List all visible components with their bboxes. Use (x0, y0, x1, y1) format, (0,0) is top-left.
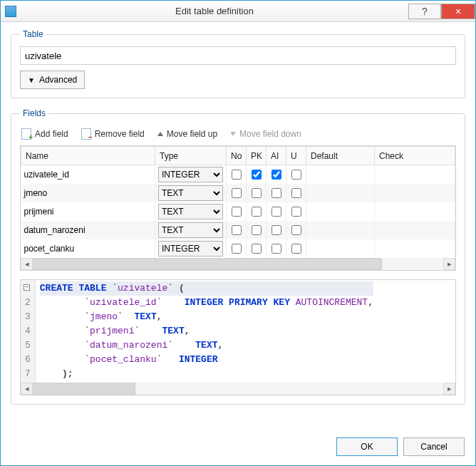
field-name-cell[interactable]: uzivatele_id (21, 165, 155, 184)
add-field-icon (21, 128, 31, 140)
field-no-checkbox[interactable] (232, 244, 242, 254)
col-default[interactable]: Default (306, 147, 375, 165)
fold-icon[interactable]: − (24, 284, 30, 291)
col-pk[interactable]: PK (247, 147, 267, 165)
remove-field-label: Remove field (95, 129, 145, 139)
fields-toolbar: Add field Remove field Move field up Mov… (20, 125, 456, 145)
field-no-checkbox[interactable] (232, 225, 242, 235)
cancel-button[interactable]: Cancel (403, 437, 465, 456)
close-button[interactable]: × (441, 4, 475, 19)
field-ai-checkbox[interactable] (271, 207, 281, 217)
field-u-checkbox[interactable] (291, 244, 301, 254)
move-down-button[interactable]: Move field down (230, 129, 301, 139)
help-button[interactable]: ? (408, 4, 441, 19)
scroll-right-button[interactable]: ▸ (443, 383, 455, 395)
app-icon (5, 6, 16, 17)
table-name-input[interactable] (20, 46, 456, 65)
field-default-cell[interactable] (306, 165, 375, 184)
field-check-cell[interactable] (375, 239, 455, 258)
table-group: Table ▼ Advanced (11, 29, 465, 98)
col-no[interactable]: No (227, 147, 247, 165)
remove-field-button[interactable]: Remove field (81, 128, 145, 140)
field-ai-checkbox[interactable] (271, 170, 281, 180)
field-name-cell[interactable]: pocet_clanku (21, 239, 155, 258)
table-row[interactable]: jmenoINTEGERTEXTREALBLOBNUMERIC (21, 184, 455, 202)
field-ai-checkbox[interactable] (271, 244, 281, 254)
field-name-cell[interactable]: prijmeni (21, 202, 155, 221)
field-pk-checkbox[interactable] (252, 207, 262, 217)
window-title: Edit table definition (21, 6, 408, 16)
field-check-cell[interactable] (375, 165, 455, 184)
field-u-checkbox[interactable] (291, 170, 301, 180)
table-row[interactable]: prijmeniINTEGERTEXTREALBLOBNUMERIC (21, 202, 455, 221)
field-ai-checkbox[interactable] (271, 188, 281, 198)
field-name-cell[interactable]: datum_narozeni (21, 221, 155, 239)
titlebar: Edit table definition ? × (1, 1, 475, 22)
field-type-select[interactable]: INTEGERTEXTREALBLOBNUMERIC (158, 241, 223, 257)
field-default-cell[interactable] (306, 221, 375, 239)
ok-button[interactable]: OK (336, 437, 398, 456)
field-type-select[interactable]: INTEGERTEXTREALBLOBNUMERIC (158, 222, 223, 238)
field-default-cell[interactable] (306, 202, 375, 221)
chevron-down-icon: ▼ (28, 76, 35, 84)
dialog-content: Table ▼ Advanced Fields Add field Remove… (1, 22, 475, 425)
table-row[interactable]: uzivatele_idINTEGERTEXTREALBLOBNUMERIC (21, 165, 455, 184)
field-u-checkbox[interactable] (291, 225, 301, 235)
field-pk-checkbox[interactable] (252, 225, 262, 235)
move-up-button[interactable]: Move field up (157, 129, 217, 139)
table-group-legend: Table (20, 29, 46, 39)
grid-header-row: Name Type No PK AI U Default Check (21, 147, 455, 165)
field-type-select[interactable]: INTEGERTEXTREALBLOBNUMERIC (158, 185, 223, 201)
field-pk-checkbox[interactable] (252, 170, 262, 180)
add-field-label: Add field (35, 129, 68, 139)
field-default-cell[interactable] (306, 184, 375, 202)
field-check-cell[interactable] (375, 202, 455, 221)
table-row[interactable]: pocet_clankuINTEGERTEXTREALBLOBNUMERIC (21, 239, 455, 258)
arrow-down-icon (230, 132, 236, 136)
col-name[interactable]: Name (21, 147, 155, 165)
move-up-label: Move field up (167, 129, 217, 139)
field-no-checkbox[interactable] (232, 170, 242, 180)
sql-h-scrollbar[interactable]: ◂ ▸ (21, 383, 455, 395)
field-no-checkbox[interactable] (232, 207, 242, 217)
scroll-left-button[interactable]: ◂ (21, 383, 33, 395)
add-field-button[interactable]: Add field (21, 128, 68, 140)
field-pk-checkbox[interactable] (252, 188, 262, 198)
field-u-checkbox[interactable] (291, 207, 301, 217)
field-type-select[interactable]: INTEGERTEXTREALBLOBNUMERIC (158, 204, 223, 219)
field-type-select[interactable]: INTEGERTEXTREALBLOBNUMERIC (158, 167, 223, 182)
scroll-left-button[interactable]: ◂ (21, 258, 33, 270)
field-default-cell[interactable] (306, 239, 375, 258)
fields-grid: Name Type No PK AI U Default Check uziva… (20, 145, 456, 271)
field-ai-checkbox[interactable] (271, 225, 281, 235)
arrow-up-icon (157, 132, 163, 136)
col-u[interactable]: U (286, 147, 306, 165)
field-no-checkbox[interactable] (232, 188, 242, 198)
col-check[interactable]: Check (375, 147, 455, 165)
dialog-buttons: OK Cancel (336, 437, 465, 456)
col-ai[interactable]: AI (267, 147, 286, 165)
remove-field-icon (81, 128, 91, 140)
fields-group: Fields Add field Remove field Move field… (11, 108, 465, 405)
field-check-cell[interactable] (375, 184, 455, 202)
fields-group-legend: Fields (20, 108, 48, 118)
advanced-label: Advanced (39, 75, 77, 85)
field-u-checkbox[interactable] (291, 188, 301, 198)
field-pk-checkbox[interactable] (252, 244, 262, 254)
sql-editor[interactable]: 1−234567 CREATE TABLE `uzivatele` ( `uzi… (20, 279, 456, 395)
col-type[interactable]: Type (155, 147, 227, 165)
scroll-right-button[interactable]: ▸ (443, 258, 455, 270)
grid-h-scrollbar[interactable]: ◂ ▸ (21, 258, 455, 270)
move-down-label: Move field down (239, 129, 301, 139)
field-name-cell[interactable]: jmeno (21, 184, 155, 202)
table-row[interactable]: datum_narozeniINTEGERTEXTREALBLOBNUMERIC (21, 221, 455, 239)
advanced-button[interactable]: ▼ Advanced (20, 71, 85, 89)
field-check-cell[interactable] (375, 221, 455, 239)
